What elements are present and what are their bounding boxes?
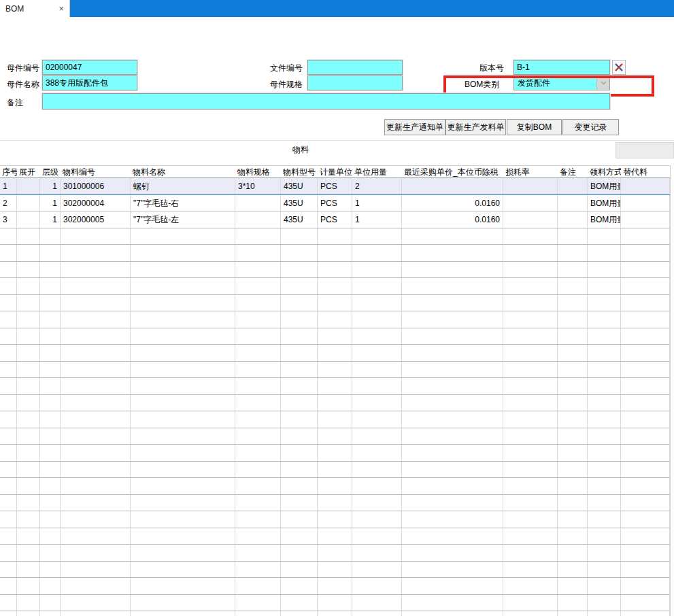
column-header[interactable]: 备注 — [558, 166, 588, 179]
column-header[interactable]: 展开 — [17, 166, 40, 179]
table-row[interactable] — [0, 462, 670, 479]
table-cell — [318, 445, 352, 461]
table-row[interactable] — [0, 278, 670, 295]
table-cell — [0, 562, 17, 578]
table-cell — [0, 262, 17, 278]
table-row[interactable] — [0, 228, 670, 245]
table-cell — [352, 545, 402, 561]
table-cell — [235, 328, 281, 345]
close-icon[interactable]: × — [57, 4, 65, 13]
table-cell — [588, 545, 621, 561]
table-cell — [235, 611, 281, 616]
table-row[interactable] — [0, 245, 670, 262]
table-cell — [352, 378, 402, 394]
table-row[interactable] — [0, 478, 670, 495]
table-cell — [558, 595, 588, 611]
table-row[interactable] — [0, 411, 670, 428]
column-header[interactable]: 替代料 — [621, 166, 670, 179]
table-cell — [352, 462, 402, 478]
table-cell — [61, 445, 131, 461]
table-row[interactable] — [0, 362, 670, 379]
table-cell — [558, 495, 588, 511]
table-cell — [558, 428, 588, 445]
table-cell — [17, 495, 40, 511]
table-cell — [558, 362, 588, 378]
table-cell — [558, 445, 588, 461]
table-cell — [558, 278, 588, 294]
table-cell — [318, 478, 352, 494]
table-row[interactable] — [0, 495, 670, 512]
version-input[interactable] — [513, 60, 610, 75]
table-cell — [588, 528, 621, 545]
table-cell — [558, 195, 588, 211]
column-header[interactable]: 物料规格 — [235, 166, 281, 179]
table-cell — [17, 278, 40, 294]
column-header[interactable]: 单位用量 — [352, 166, 402, 179]
table-row[interactable] — [0, 595, 670, 612]
table-row[interactable] — [0, 328, 670, 345]
update-production-issue-button[interactable]: 更新生产发料单 — [445, 119, 506, 135]
column-header[interactable]: 层级 — [40, 166, 61, 179]
column-header[interactable]: 物料型号 — [281, 166, 318, 179]
table-cell — [131, 262, 235, 278]
table-row[interactable] — [0, 528, 670, 545]
column-header[interactable]: 物料编号 — [61, 166, 131, 179]
tab-materials[interactable]: 物料 — [292, 144, 309, 156]
table-row[interactable]: 11301000006螺钉3*10435UPCS2BOM用量 — [0, 178, 670, 195]
table-cell — [318, 562, 352, 578]
table-cell — [281, 395, 318, 411]
table-row[interactable] — [0, 445, 670, 462]
table-cell — [40, 495, 61, 511]
table-cell — [17, 428, 40, 445]
column-header[interactable]: 领料方式 — [588, 166, 621, 179]
column-header[interactable]: 损耗率 — [503, 166, 558, 179]
table-row[interactable] — [0, 295, 670, 312]
table-cell — [402, 311, 503, 328]
table-row[interactable] — [0, 311, 670, 328]
column-header[interactable]: 物料名称 — [131, 166, 235, 179]
table-row[interactable]: 21302000004"7"字毛毡-右435UPCS10.0160BOM用量 — [0, 195, 670, 212]
doc-code-input[interactable] — [307, 60, 403, 75]
table-cell — [0, 378, 17, 394]
update-production-notice-button[interactable]: 更新生产通知单 — [384, 119, 445, 135]
table-cell — [352, 395, 402, 411]
table-cell — [503, 345, 558, 361]
table-row[interactable] — [0, 428, 670, 445]
remark-input[interactable] — [42, 93, 610, 109]
table-cell — [558, 411, 588, 428]
table-cell — [503, 428, 558, 445]
table-row[interactable] — [0, 545, 670, 562]
change-log-button[interactable]: 变更记录 — [562, 119, 619, 135]
column-header[interactable]: 计量单位 — [318, 166, 352, 179]
parent-name-input[interactable] — [42, 75, 137, 90]
table-row[interactable] — [0, 345, 670, 362]
table-cell — [281, 528, 318, 545]
table-row[interactable] — [0, 262, 670, 279]
version-clear-button[interactable] — [612, 60, 626, 75]
table-cell — [61, 462, 131, 478]
table-row[interactable] — [0, 395, 670, 412]
table-cell — [61, 228, 131, 245]
table-cell — [621, 495, 670, 511]
tab-bom[interactable]: BOM × — [0, 0, 70, 17]
table-row[interactable] — [0, 562, 670, 579]
table-cell — [17, 528, 40, 545]
table-cell — [558, 378, 588, 394]
table-cell — [503, 611, 558, 616]
table-row[interactable] — [0, 511, 670, 528]
parent-spec-input[interactable] — [307, 75, 403, 90]
table-row[interactable] — [0, 578, 670, 595]
table-cell: 2 — [0, 195, 17, 211]
table-cell — [235, 528, 281, 545]
table-cell — [352, 595, 402, 611]
table-row[interactable] — [0, 611, 670, 616]
column-header[interactable]: 序号 — [0, 166, 17, 179]
table-cell — [131, 295, 235, 311]
table-row[interactable] — [0, 378, 670, 395]
table-row[interactable]: 31302000005"7"字毛毡-左435UPCS10.0160BOM用量 — [0, 211, 670, 228]
table-cell — [621, 262, 670, 278]
table-cell — [0, 495, 17, 511]
copy-bom-button[interactable]: 复制BOM — [507, 119, 562, 135]
column-header[interactable]: 最近采购单价_本位币除税 — [402, 166, 503, 179]
parent-code-input[interactable] — [42, 60, 137, 75]
